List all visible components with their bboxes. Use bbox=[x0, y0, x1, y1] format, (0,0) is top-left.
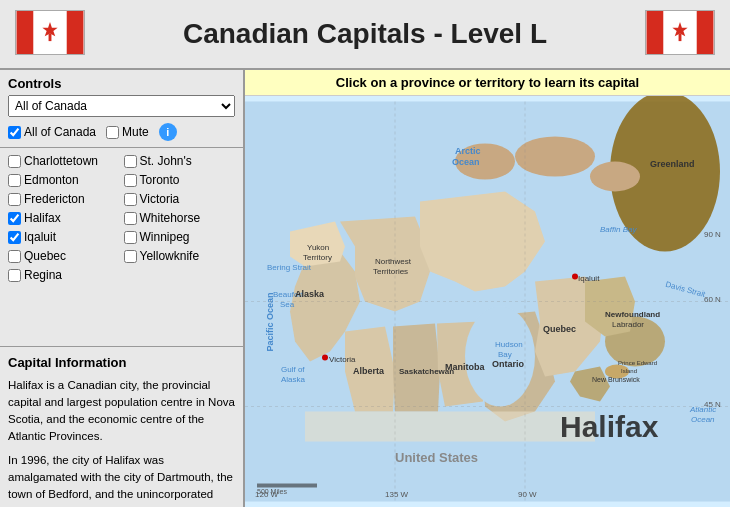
gulf-alaska-label2: Alaska bbox=[281, 375, 306, 384]
svg-rect-2 bbox=[67, 11, 84, 54]
coord-135w: 135 W bbox=[385, 490, 409, 499]
beaufort-sea-label2: Sea bbox=[280, 300, 295, 309]
capital-item[interactable]: St. John's bbox=[124, 152, 236, 170]
yukon-label: Yukon bbox=[307, 243, 329, 252]
capital-item[interactable]: Yellowknife bbox=[124, 247, 236, 265]
capital-info-text: Halifax is a Canadian city, the provinci… bbox=[8, 377, 235, 508]
us-label: United States bbox=[395, 450, 478, 465]
yukon-label2: Territory bbox=[303, 253, 332, 262]
newfoundland-label: Newfoundland bbox=[605, 310, 660, 319]
capitals-list-inner: CharlottetownSt. John'sEdmontonTorontoFr… bbox=[0, 148, 243, 288]
coord-60n: 60 N bbox=[704, 295, 721, 304]
atlantic-ocean-label2: Ocean bbox=[691, 415, 715, 424]
labrador-label: Labrador bbox=[612, 320, 644, 329]
capital-info-section: Capital Information Halifax is a Canadia… bbox=[0, 347, 243, 507]
ontario-label: Ontario bbox=[492, 359, 525, 369]
iqaluit-label: Iqaluit bbox=[578, 274, 600, 283]
alberta-label: Alberta bbox=[353, 366, 385, 376]
region-dropdown[interactable]: All of Canada Western Canada Eastern Can… bbox=[8, 95, 235, 117]
arctic-ocean-label2: Ocean bbox=[452, 157, 480, 167]
bering-strait-label: Bering Strait bbox=[267, 263, 312, 272]
capital-checkbox[interactable] bbox=[8, 269, 21, 282]
capital-checkbox[interactable] bbox=[124, 174, 137, 187]
svg-point-30 bbox=[322, 355, 328, 361]
capital-checkbox[interactable] bbox=[124, 193, 137, 206]
svg-rect-9 bbox=[679, 33, 682, 41]
svg-rect-4 bbox=[49, 33, 52, 41]
capital-item[interactable]: Toronto bbox=[124, 171, 236, 189]
capital-checkbox[interactable] bbox=[124, 231, 137, 244]
hudson-bay-label: Hudson bbox=[495, 340, 523, 349]
nb-label: New Brunswick bbox=[592, 376, 640, 383]
baffin-bay-label: Baffin Bay bbox=[600, 225, 637, 234]
page-title: Canadian Capitals - Level L bbox=[183, 18, 547, 50]
capital-item[interactable]: Iqaluit bbox=[8, 228, 120, 246]
alaska-label: Alaska bbox=[295, 289, 325, 299]
manitoba-label: Manitoba bbox=[445, 362, 485, 372]
app-header: Canadian Capitals - Level L bbox=[0, 0, 730, 70]
coord-45n: 45 N bbox=[704, 400, 721, 409]
all-of-canada-checkbox[interactable] bbox=[8, 126, 21, 139]
capital-item[interactable]: Edmonton bbox=[8, 171, 120, 189]
capital-item[interactable]: Fredericton bbox=[8, 190, 120, 208]
capital-checkbox[interactable] bbox=[124, 250, 137, 263]
capital-item[interactable]: Halifax bbox=[8, 209, 120, 227]
map-panel: Click on a province or territory to lear… bbox=[245, 70, 730, 507]
capital-item[interactable]: Winnipeg bbox=[124, 228, 236, 246]
quebec-label: Quebec bbox=[543, 324, 576, 334]
svg-rect-7 bbox=[697, 11, 714, 54]
svg-point-12 bbox=[515, 137, 595, 177]
coord-90n: 90 N bbox=[704, 230, 721, 239]
pei-label: Prince Edward bbox=[618, 360, 657, 366]
svg-rect-28 bbox=[305, 412, 595, 442]
left-panel: Controls All of Canada Western Canada Ea… bbox=[0, 70, 245, 507]
halifax-highlight-label: Halifax bbox=[560, 410, 659, 443]
capital-item[interactable]: Regina bbox=[8, 266, 120, 284]
mute-checkbox[interactable] bbox=[106, 126, 119, 139]
hudson-bay-label2: Bay bbox=[498, 350, 512, 359]
capital-info-title: Capital Information bbox=[8, 353, 235, 373]
canada-map-svg: Greenland bbox=[245, 96, 730, 507]
capitals-list[interactable]: CharlottetownSt. John'sEdmontonTorontoFr… bbox=[0, 148, 243, 347]
map-instruction: Click on a province or territory to lear… bbox=[245, 70, 730, 96]
main-content: Controls All of Canada Western Canada Ea… bbox=[0, 70, 730, 507]
capital-checkbox[interactable] bbox=[124, 155, 137, 168]
map-container[interactable]: Greenland bbox=[245, 96, 730, 507]
svg-rect-1 bbox=[17, 11, 34, 54]
pei-label2: Island bbox=[621, 368, 637, 374]
controls-section: Controls All of Canada Western Canada Ea… bbox=[0, 70, 243, 148]
capital-checkbox[interactable] bbox=[8, 174, 21, 187]
flag-left bbox=[15, 10, 85, 59]
info-button[interactable]: i bbox=[159, 123, 177, 141]
capital-checkbox[interactable] bbox=[8, 231, 21, 244]
mute-checkbox-label[interactable]: Mute bbox=[106, 125, 149, 139]
capital-info-paragraph: Halifax is a Canadian city, the provinci… bbox=[8, 377, 235, 446]
capital-info-paragraph: In 1996, the city of Halifax was amalgam… bbox=[8, 452, 235, 508]
capital-item[interactable]: Charlottetown bbox=[8, 152, 120, 170]
victoria-label: Victoria bbox=[329, 355, 356, 364]
greenland-label: Greenland bbox=[650, 159, 695, 169]
arctic-ocean-label: Arctic bbox=[455, 146, 481, 156]
nwt-label2: Territories bbox=[373, 267, 408, 276]
scale-label: 500 Miles bbox=[257, 488, 287, 495]
svg-point-14 bbox=[590, 162, 640, 192]
capital-checkbox[interactable] bbox=[124, 212, 137, 225]
capital-item[interactable]: Whitehorse bbox=[124, 209, 236, 227]
capital-checkbox[interactable] bbox=[8, 155, 21, 168]
capital-checkbox[interactable] bbox=[8, 250, 21, 263]
nwt-label: Northwest bbox=[375, 257, 412, 266]
controls-title: Controls bbox=[8, 76, 235, 91]
gulf-alaska-label: Gulf of bbox=[281, 365, 305, 374]
controls-row: All of Canada Mute i bbox=[8, 123, 235, 141]
svg-rect-6 bbox=[647, 11, 664, 54]
capital-item[interactable]: Victoria bbox=[124, 190, 236, 208]
capital-checkbox[interactable] bbox=[8, 193, 21, 206]
all-of-canada-checkbox-label[interactable]: All of Canada bbox=[8, 125, 96, 139]
flag-right bbox=[645, 10, 715, 59]
capital-checkbox[interactable] bbox=[8, 212, 21, 225]
capital-item[interactable]: Quebec bbox=[8, 247, 120, 265]
coord-90w: 90 W bbox=[518, 490, 537, 499]
